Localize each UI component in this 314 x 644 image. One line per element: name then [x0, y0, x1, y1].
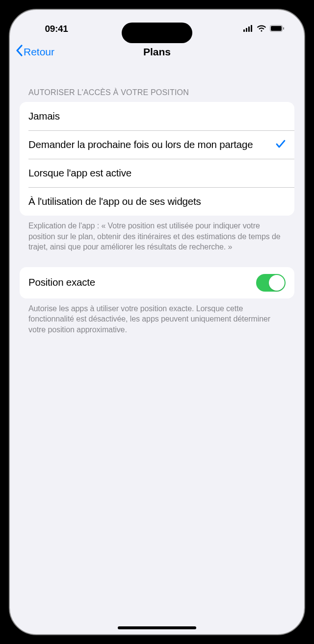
option-never[interactable]: Jamais: [20, 102, 294, 130]
svg-rect-5: [271, 26, 282, 31]
option-while-using[interactable]: Lorsque l'app est active: [20, 159, 294, 187]
precise-location-row[interactable]: Position exacte: [20, 267, 294, 298]
location-access-options: Jamais Demander la prochaine fois ou lor…: [20, 102, 294, 216]
nav-bar: Retour Plans: [10, 39, 304, 65]
precise-location-group: Position exacte: [20, 267, 294, 298]
checkmark-icon: [276, 138, 286, 151]
option-label: À l'utilisation de l'app ou de ses widge…: [28, 195, 286, 208]
back-button[interactable]: Retour: [16, 44, 54, 60]
cellular-icon: [243, 24, 253, 34]
precise-location-toggle[interactable]: [256, 274, 286, 292]
back-label: Retour: [24, 46, 54, 58]
option-label: Jamais: [28, 110, 286, 123]
svg-rect-1: [246, 28, 247, 32]
status-time: 09:41: [29, 24, 83, 34]
svg-rect-0: [243, 29, 245, 32]
chevron-left-icon: [16, 44, 23, 60]
option-label: Demander la prochaine fois ou lors de mo…: [28, 138, 271, 151]
option-app-or-widgets[interactable]: À l'utilisation de l'app ou de ses widge…: [20, 187, 294, 216]
battery-icon: [270, 24, 285, 34]
precise-location-footer: Autorise les apps à utiliser votre posit…: [20, 298, 294, 335]
svg-rect-6: [283, 27, 284, 30]
home-indicator[interactable]: [118, 626, 196, 629]
option-ask-next-time[interactable]: Demander la prochaine fois ou lors de mo…: [20, 130, 294, 159]
precise-location-label: Position exacte: [28, 276, 256, 289]
svg-rect-2: [248, 26, 250, 32]
option-label: Lorsque l'app est active: [28, 167, 286, 180]
content-area: AUTORISER L'ACCÈS À VOTRE POSITION Jamai…: [10, 65, 304, 335]
device-frame: 09:41 Retour Plans AUTORISER L'ACCÈS À V…: [9, 9, 305, 635]
app-explanation-footer: Explication de l'app : « Votre position …: [20, 216, 294, 252]
location-access-header: AUTORISER L'ACCÈS À VOTRE POSITION: [20, 65, 294, 102]
svg-rect-3: [251, 25, 252, 32]
status-indicators: [243, 24, 285, 34]
wifi-icon: [257, 24, 266, 34]
